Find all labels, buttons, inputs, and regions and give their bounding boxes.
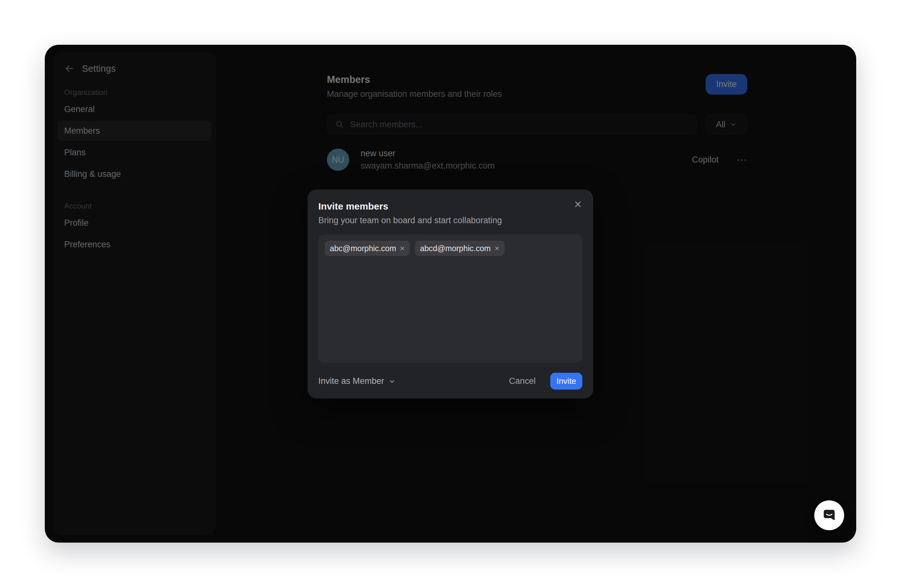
chip-email-text: abc@morphic.com [330, 244, 396, 253]
invite-members-modal: × Invite members Bring your team on boar… [307, 190, 593, 398]
email-chip: abc@morphic.com × [325, 241, 410, 256]
email-chip: abcd@morphic.com × [415, 241, 505, 256]
modal-invite-button[interactable]: Invite [550, 373, 582, 390]
email-input-area[interactable]: abc@morphic.com × abcd@morphic.com × [318, 234, 582, 362]
chevron-down-icon [388, 378, 396, 385]
chip-remove-icon[interactable]: × [400, 244, 405, 252]
role-selector-label: Invite as Member [318, 376, 384, 386]
close-icon[interactable]: × [571, 197, 585, 211]
chip-remove-icon[interactable]: × [495, 244, 499, 252]
modal-title: Invite members [318, 201, 582, 212]
chat-bubble-icon [822, 508, 837, 523]
role-selector-dropdown[interactable]: Invite as Member [318, 376, 396, 386]
cancel-button[interactable]: Cancel [509, 376, 536, 386]
chip-email-text: abcd@morphic.com [420, 244, 491, 253]
modal-actions: Cancel Invite [509, 373, 582, 390]
chat-launcher-button[interactable] [814, 500, 844, 530]
modal-footer: Invite as Member Cancel Invite [318, 373, 582, 390]
modal-subtitle: Bring your team on board and start colla… [318, 216, 582, 226]
